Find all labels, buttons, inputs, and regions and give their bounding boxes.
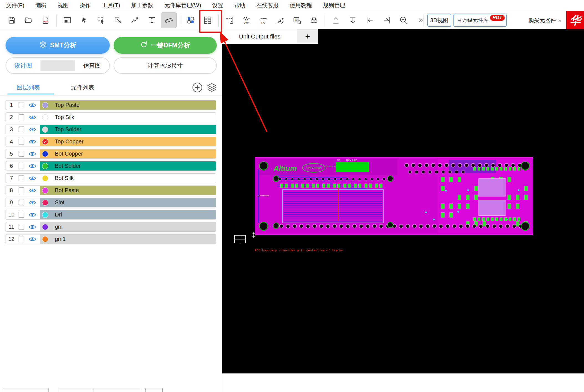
zoom-in-icon[interactable] xyxy=(396,12,411,28)
layer-color-dot[interactable] xyxy=(42,127,48,133)
layer-checkbox[interactable] xyxy=(19,175,24,181)
panel-window-icon[interactable] xyxy=(60,12,75,28)
layer-row[interactable]: 5Bot Copper xyxy=(6,149,216,159)
tab-simulation-view[interactable]: 仿真图 xyxy=(75,58,109,73)
layer-color-dot[interactable] xyxy=(42,224,48,230)
eye-icon[interactable] xyxy=(28,127,37,132)
measure-path-icon[interactable] xyxy=(127,12,143,28)
layer-checkbox[interactable] xyxy=(19,212,24,218)
dock-box[interactable] xyxy=(3,388,49,392)
align-left-edge-icon[interactable] xyxy=(362,12,378,28)
layer-row[interactable]: 6Bot Solder xyxy=(6,161,216,171)
tab-layer-list[interactable]: 图层列表 xyxy=(17,84,40,91)
eye-icon[interactable] xyxy=(28,115,37,120)
menu-item[interactable]: 帮助 xyxy=(234,2,245,9)
eye-icon[interactable] xyxy=(28,139,37,145)
ohm-impedance-icon[interactable]: Ohm xyxy=(239,12,254,28)
menu-item[interactable]: 加工参数 xyxy=(131,2,153,9)
eye-icon[interactable] xyxy=(28,176,37,181)
export-up-icon[interactable] xyxy=(328,12,344,28)
panelize-grid-icon[interactable] xyxy=(200,12,215,28)
view-3d-button[interactable]: 3D视图 xyxy=(427,14,451,27)
serial-number-icon[interactable]: NO. xyxy=(222,12,237,28)
layer-color-dot[interactable] xyxy=(42,212,48,218)
ipc-netlist-icon[interactable]: IPC xyxy=(256,12,271,28)
layer-row[interactable]: 3Top Solder xyxy=(6,125,216,134)
search-binoculars-icon[interactable] xyxy=(306,12,322,28)
tab-design-view[interactable]: 设计图 xyxy=(6,58,40,73)
save-icon[interactable] xyxy=(4,12,19,28)
layer-color-dot[interactable] xyxy=(42,151,48,157)
grid-widget-icon[interactable] xyxy=(234,234,246,246)
layer-checkbox[interactable] xyxy=(19,102,24,108)
color-blocks-icon[interactable] xyxy=(183,12,198,28)
layer-color-dot[interactable] xyxy=(42,114,48,120)
open-icon[interactable] xyxy=(21,12,36,28)
menu-item[interactable]: 编辑 xyxy=(35,2,47,9)
eye-icon[interactable] xyxy=(28,151,37,157)
menu-item[interactable]: 设置 xyxy=(212,2,223,9)
layer-row[interactable]: 10Drl xyxy=(6,210,216,220)
layer-row[interactable]: 8Bot Paste xyxy=(6,185,216,195)
menu-item[interactable]: 元件库管理(W) xyxy=(164,2,201,9)
eye-icon[interactable] xyxy=(28,188,37,193)
pcb-viewport[interactable]: Altium Live Design Spirit Level S1 REV 1… xyxy=(222,29,584,373)
ruler-icon[interactable] xyxy=(161,12,177,28)
smt-analysis-button[interactable]: SMT分析 xyxy=(6,37,110,54)
eye-icon[interactable] xyxy=(28,212,37,218)
layer-checkbox[interactable] xyxy=(19,200,24,205)
dock-box[interactable] xyxy=(58,388,92,392)
layer-row[interactable]: 9Slot xyxy=(6,198,216,207)
layer-row[interactable]: 4✓Top Copper xyxy=(6,137,216,146)
menu-item[interactable]: 规则管理 xyxy=(323,2,345,9)
tab-component-list[interactable]: 元件列表 xyxy=(71,84,94,91)
ic-marking-icon[interactable]: IC xyxy=(289,12,305,28)
cursor-select-icon[interactable] xyxy=(76,12,92,28)
pcb-board[interactable]: Altium Live Design Spirit Level S1 REV 1… xyxy=(255,157,533,235)
dock-box[interactable] xyxy=(93,388,140,392)
area-select-icon[interactable] xyxy=(93,12,109,28)
eye-icon[interactable] xyxy=(28,163,37,169)
layer-checkbox[interactable] xyxy=(19,187,24,193)
layer-row[interactable]: 11gm xyxy=(6,222,216,232)
more-chevron-icon[interactable] xyxy=(413,12,428,28)
layer-checkbox[interactable] xyxy=(19,139,24,145)
tab-unit-output-files[interactable]: Unit Output files xyxy=(222,29,297,44)
add-tab-button[interactable]: + xyxy=(297,29,318,44)
layer-color-dot[interactable] xyxy=(42,163,48,169)
calc-pcb-size-button[interactable]: 计算PCB尺寸 xyxy=(114,57,217,74)
add-layer-icon[interactable] xyxy=(192,82,203,93)
menu-item[interactable]: 工具(T) xyxy=(102,2,120,9)
layer-row[interactable]: 7Bot Silk xyxy=(6,173,216,183)
component-library-button[interactable]: 百万级元件库 HOT xyxy=(453,14,507,27)
layer-row[interactable]: 2Top Silk xyxy=(6,112,216,122)
menu-item[interactable]: 在线客服 xyxy=(256,2,279,9)
eye-icon[interactable] xyxy=(28,224,37,230)
layer-checkbox[interactable] xyxy=(19,163,24,169)
layer-row[interactable]: 1Top Paste xyxy=(6,100,216,110)
menu-item[interactable]: 操作 xyxy=(80,2,91,9)
measure-align-icon[interactable] xyxy=(144,12,160,28)
layer-checkbox[interactable] xyxy=(19,151,24,157)
dock-box[interactable] xyxy=(145,388,163,392)
layer-row[interactable]: 12gm1 xyxy=(6,234,216,244)
eye-icon[interactable] xyxy=(28,200,37,205)
pan-move-icon[interactable] xyxy=(110,12,126,28)
layer-measure-icon[interactable] xyxy=(272,12,288,28)
layer-color-dot[interactable] xyxy=(42,236,48,242)
align-right-edge-icon[interactable] xyxy=(379,12,394,28)
layer-checkbox[interactable] xyxy=(19,114,24,120)
layer-stack-icon[interactable] xyxy=(206,82,217,93)
pdf-export-icon[interactable]: PDF xyxy=(38,12,53,28)
menu-item[interactable]: 视图 xyxy=(58,2,69,9)
layer-color-dot[interactable]: ✓ xyxy=(42,139,48,145)
buy-components-button[interactable]: 购买元器件 » xyxy=(528,11,561,29)
dfm-analysis-button[interactable]: 一键DFM分析 xyxy=(114,37,217,54)
eye-icon[interactable] xyxy=(28,236,37,242)
menu-item[interactable]: 使用教程 xyxy=(290,2,312,9)
import-down-icon[interactable] xyxy=(345,12,361,28)
layer-color-dot[interactable] xyxy=(42,102,48,108)
eye-icon[interactable] xyxy=(28,102,37,108)
layer-checkbox[interactable] xyxy=(19,127,24,132)
layer-checkbox[interactable] xyxy=(19,236,24,242)
